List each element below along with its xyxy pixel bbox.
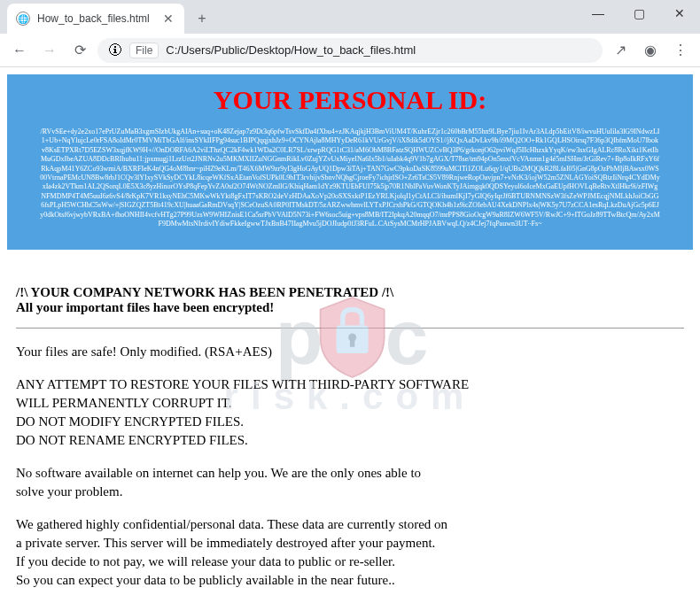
p4-line-a: We gathered highly confidential/personal… (16, 515, 684, 534)
new-tab-button[interactable]: + (190, 6, 214, 31)
maximize-button[interactable]: ▢ (618, 0, 659, 27)
ransom-note-body: /!\ YOUR COMPANY NETWORK HAS BEEN PENETR… (7, 250, 693, 603)
p2-line-d: DO NOT RENAME ENCRYPTED FILES. (16, 431, 684, 450)
window-controls: — ▢ ✕ (578, 0, 700, 27)
warning-line-2: All your important files have been encry… (16, 300, 684, 315)
paragraph-1: Your files are safe! Only modified. (RSA… (16, 343, 684, 361)
browser-tab[interactable]: 🌐 How_to_back_files.html ✕ (7, 4, 184, 34)
file-favicon-icon: 🌐 (16, 12, 30, 26)
paragraph-2: ANY ATTEMPT TO RESTORE YOUR FILES WITH T… (16, 375, 684, 450)
file-chip: File (129, 43, 159, 58)
share-icon[interactable]: ↗ (608, 38, 633, 63)
p2-line-b: WILL PERMANENTLY CORRUPT IT. (16, 394, 684, 413)
tab-title: How_to_back_files.html (37, 12, 154, 25)
page-heading: YOUR PERSONAL ID: (25, 85, 675, 115)
p3-line-a: No software available on internet can he… (16, 464, 684, 483)
personal-id-text: /RVvSEe+dy2e2xo17ePrUZuMaB3xgmSIzbUkgAIA… (40, 128, 660, 228)
forward-button[interactable]: → (37, 38, 62, 63)
minimize-button[interactable]: — (578, 0, 618, 27)
reload-button[interactable]: ⟳ (67, 38, 92, 63)
p4-line-b: a private server. This server will be im… (16, 534, 684, 553)
address-bar[interactable]: 🛈 File C:/Users/Public/Desktop/How_to_ba… (97, 38, 603, 63)
close-window-button[interactable]: ✕ (659, 0, 700, 27)
back-button[interactable]: ← (7, 38, 32, 63)
url-text: C:/Users/Public/Desktop/How_to_back_file… (166, 43, 592, 57)
p4-line-d: So you can expect your data to be public… (16, 571, 684, 590)
menu-icon[interactable]: ⋮ (668, 38, 693, 63)
profile-icon[interactable]: ◉ (638, 38, 663, 63)
divider (16, 328, 684, 329)
p2-line-a: ANY ATTEMPT TO RESTORE YOUR FILES WITH T… (16, 375, 684, 394)
tab-close-button[interactable]: ✕ (161, 12, 175, 26)
page-viewport[interactable]: YOUR PERSONAL ID: /RVvSEe+dy2e2xo17ePrUZ… (0, 67, 700, 603)
personal-id-block: YOUR PERSONAL ID: /RVvSEe+dy2e2xo17ePrUZ… (7, 74, 693, 250)
info-icon: 🛈 (108, 43, 122, 58)
toolbar: ← → ⟳ 🛈 File C:/Users/Public/Desktop/How… (0, 34, 700, 67)
title-bar: 🌐 How_to_back_files.html ✕ + — ▢ ✕ (0, 0, 700, 34)
paragraph-3: No software available on internet can he… (16, 464, 684, 501)
warning-line-1: /!\ YOUR COMPANY NETWORK HAS BEEN PENETR… (16, 285, 684, 300)
page-content: YOUR PERSONAL ID: /RVvSEe+dy2e2xo17ePrUZ… (0, 67, 700, 603)
p4-line-c: If you decide to not pay, we will releas… (16, 553, 684, 571)
paragraph-4: We gathered highly confidential/personal… (16, 515, 684, 590)
p3-line-b: solve your problem. (16, 483, 684, 501)
p2-line-c: DO NOT MODIFY ENCRYPTED FILES. (16, 413, 684, 431)
